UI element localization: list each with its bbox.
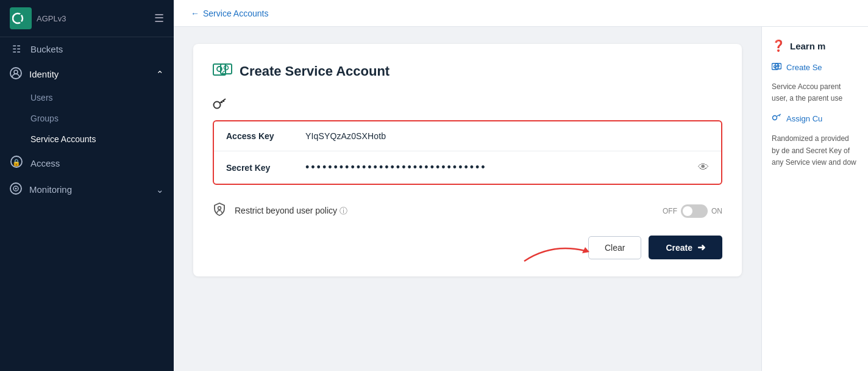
right-panel-desc-1: Service Accou parent user, a the parent …	[772, 81, 858, 104]
svg-line-24	[777, 114, 781, 117]
card-title-text: Create Service Account	[240, 63, 390, 79]
sidebar-buckets-label: Buckets	[30, 44, 63, 54]
form-panel: Create Service Account Access Key Y	[174, 27, 761, 371]
sidebar-item-groups[interactable]: Groups	[30, 108, 174, 129]
buckets-icon: ☷	[10, 43, 23, 55]
arrow-decoration	[521, 240, 594, 264]
topbar: ← Service Accounts	[174, 0, 868, 27]
secret-key-label: Secret Key	[226, 163, 305, 173]
breadcrumb-back[interactable]: ← Service Accounts	[191, 9, 268, 18]
toggle-off-label: OFF	[663, 207, 677, 215]
right-panel: ❓ Learn m Create Se Service Accou parent…	[761, 27, 868, 371]
svg-line-14	[220, 99, 226, 103]
access-key-label: Access Key	[226, 131, 305, 141]
hamburger-icon[interactable]: ☰	[154, 12, 164, 25]
sidebar-item-service-accounts[interactable]: Service Accounts	[30, 129, 174, 149]
right-panel-desc-2: Randomized a provided by de and Secret K…	[772, 133, 858, 168]
logo-text: AGPLv3	[37, 14, 66, 23]
restrict-policy-row: Restrict beyond user policy ⓘ OFF ON	[213, 197, 722, 231]
toggle-on-label: ON	[711, 207, 722, 215]
assign-cu-link[interactable]: Assign Cu	[772, 113, 858, 124]
clear-button[interactable]: Clear	[588, 236, 641, 259]
svg-point-17	[218, 207, 221, 210]
keys-box: Access Key YIqSYQzAz0SXHotb Secret Key •…	[213, 120, 722, 185]
svg-point-13	[214, 102, 221, 109]
assign-cu-icon	[772, 113, 781, 124]
chevron-down-icon-monitoring: ⌄	[156, 184, 164, 195]
card-title: Create Service Account	[213, 61, 722, 81]
svg-point-23	[773, 116, 777, 120]
svg-text:🔒: 🔒	[12, 158, 21, 167]
key-icon	[213, 96, 722, 113]
identity-icon	[10, 67, 22, 81]
chevron-down-icon: ⌃	[156, 69, 164, 80]
sidebar-item-buckets[interactable]: ☷ Buckets	[0, 37, 174, 61]
access-key-row: Access Key YIqSYQzAz0SXHotb	[214, 121, 721, 151]
create-arrow-icon: ➜	[697, 242, 705, 253]
access-key-value: YIqSYQzAz0SXHotb	[305, 131, 709, 141]
sidebar-identity-header[interactable]: Identity ⌃	[0, 61, 174, 87]
restrict-label: Restrict beyond user policy ⓘ	[235, 206, 654, 217]
create-button[interactable]: Create ➜	[649, 236, 722, 259]
svg-point-1	[19, 13, 29, 23]
breadcrumb-label: Service Accounts	[203, 9, 268, 18]
monitoring-icon	[10, 182, 22, 196]
sidebar-item-access[interactable]: 🔒 Access	[0, 149, 174, 176]
svg-point-8	[15, 188, 17, 190]
sidebar: AGPLv3 ☰ ☷ Buckets Identity ⌃	[0, 0, 174, 371]
restrict-help-icon[interactable]: ⓘ	[340, 206, 347, 215]
groups-label: Groups	[30, 113, 59, 123]
restrict-toggle-wrap: OFF ON	[663, 204, 722, 218]
content-area: Create Service Account Access Key Y	[174, 27, 868, 371]
sidebar-monitoring-header[interactable]: Monitoring ⌄	[0, 176, 174, 203]
monitoring-label: Monitoring	[29, 184, 72, 195]
back-arrow-icon: ←	[191, 9, 199, 18]
eye-icon[interactable]: 👁	[698, 161, 709, 174]
sidebar-header: AGPLv3 ☰	[0, 0, 174, 37]
restrict-toggle[interactable]	[681, 204, 708, 218]
sidebar-identity-label: Identity	[29, 69, 59, 79]
service-account-title-icon	[213, 61, 232, 81]
secret-key-row: Secret Key •••••••••••••••••••••••••••••…	[214, 151, 721, 184]
sidebar-group-monitoring: Monitoring ⌄	[0, 176, 174, 203]
main-content: ← Service Accounts	[174, 0, 868, 371]
svg-point-3	[14, 70, 18, 74]
shield-icon	[213, 202, 226, 220]
service-accounts-label: Service Accounts	[30, 134, 96, 144]
logo-icon	[10, 7, 32, 29]
sidebar-logo: AGPLv3	[10, 7, 66, 29]
assign-cu-label: Assign Cu	[786, 114, 822, 123]
right-panel-title: ❓ Learn m	[772, 39, 858, 52]
actions-row: Clear Create ➜	[213, 236, 722, 259]
identity-sub-items: Users Groups Service Accounts	[0, 87, 174, 149]
access-label: Access	[30, 158, 60, 168]
right-panel-title-text: Learn m	[790, 41, 825, 51]
create-button-label: Create	[666, 243, 692, 253]
create-service-link-label: Create Se	[786, 63, 822, 72]
create-service-link[interactable]: Create Se	[772, 62, 858, 73]
sidebar-item-users[interactable]: Users	[30, 87, 174, 108]
access-icon: 🔒	[10, 156, 23, 170]
help-circle-icon: ❓	[772, 39, 785, 52]
create-service-link-icon	[772, 62, 781, 73]
create-service-account-card: Create Service Account Access Key Y	[193, 44, 742, 276]
users-label: Users	[30, 93, 53, 103]
secret-key-value: ••••••••••••••••••••••••••••••••	[305, 161, 691, 174]
sidebar-group-identity: Identity ⌃ Users Groups Service Accounts	[0, 61, 174, 149]
